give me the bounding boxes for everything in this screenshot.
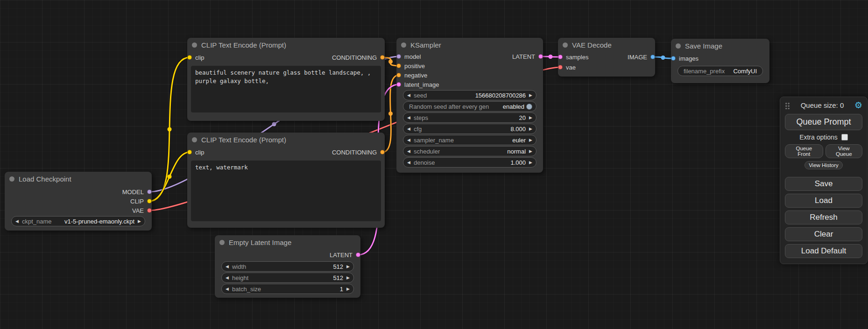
clip-input-dot[interactable] — [187, 55, 192, 60]
latent-image-input-dot[interactable] — [396, 82, 401, 87]
batch-size-widget[interactable]: ◀ batch_size 1 ▶ — [221, 284, 354, 294]
random-seed-toggle-widget[interactable]: Random seed after every gen enabled — [403, 101, 536, 112]
collapse-dot-icon[interactable] — [563, 42, 568, 48]
widget-label: width — [232, 263, 246, 270]
collapse-dot-icon[interactable] — [219, 240, 225, 245]
drag-handle-icon[interactable] — [785, 102, 790, 109]
node-title: KSampler — [410, 41, 441, 49]
node-vae-decode[interactable]: VAE Decode samples IMAGE vae — [558, 38, 655, 77]
widget-label: filename_prefix — [684, 68, 725, 75]
decrement-arrow-icon[interactable]: ◀ — [407, 138, 410, 142]
queue-prompt-button[interactable]: Queue Prompt — [785, 114, 862, 130]
extra-options-checkbox[interactable] — [841, 134, 848, 140]
widget-value: 8.000 — [511, 126, 526, 133]
widget-label: height — [232, 274, 248, 281]
increment-arrow-icon[interactable]: ▶ — [529, 93, 532, 98]
node-title-bar[interactable]: KSampler — [396, 38, 543, 52]
collapse-dot-icon[interactable] — [401, 42, 406, 48]
vae-output-dot[interactable] — [147, 208, 152, 213]
negative-prompt-textarea[interactable]: text, watermark — [191, 161, 381, 221]
images-input-dot[interactable] — [671, 56, 676, 61]
decrement-arrow-icon[interactable]: ◀ — [407, 149, 410, 154]
filename-prefix-widget[interactable]: filename_prefix ComfyUI — [677, 66, 763, 76]
node-title-bar[interactable]: Load Checkpoint — [5, 172, 152, 186]
decrement-arrow-icon[interactable]: ◀ — [15, 219, 19, 224]
increment-arrow-icon[interactable]: ▶ — [138, 219, 141, 224]
clip-output-dot[interactable] — [147, 199, 152, 203]
ckpt-name-widget[interactable]: ◀ ckpt_name v1-5-pruned-emaonly.ckpt ▶ — [11, 216, 145, 226]
decrement-arrow-icon[interactable]: ◀ — [407, 127, 410, 131]
node-ksampler[interactable]: KSampler model LATENT positive negative … — [396, 38, 543, 173]
toggle-knob-icon[interactable] — [526, 104, 532, 110]
model-input-dot[interactable] — [396, 54, 401, 59]
node-title-bar[interactable]: VAE Decode — [558, 38, 655, 52]
increment-arrow-icon[interactable]: ▶ — [529, 138, 532, 142]
steps-widget[interactable]: ◀ steps 20 ▶ — [403, 112, 536, 123]
samples-input-dot[interactable] — [558, 55, 563, 59]
vae-input-dot[interactable] — [558, 65, 563, 70]
node-title: Save Image — [685, 42, 722, 50]
node-load-checkpoint[interactable]: Load Checkpoint MODEL CLIP VAE ◀ ckpt_na… — [5, 172, 152, 231]
node-clip-text-encode-negative[interactable]: CLIP Text Encode (Prompt) clip CONDITION… — [187, 133, 385, 228]
node-clip-text-encode-positive[interactable]: CLIP Text Encode (Prompt) clip CONDITION… — [187, 38, 385, 121]
node-title-bar[interactable]: Save Image — [671, 39, 769, 53]
decrement-arrow-icon[interactable]: ◀ — [407, 116, 410, 120]
decrement-arrow-icon[interactable]: ◀ — [407, 161, 410, 165]
decrement-arrow-icon[interactable]: ◀ — [226, 265, 229, 269]
increment-arrow-icon[interactable]: ▶ — [346, 265, 350, 269]
increment-arrow-icon[interactable]: ▶ — [346, 276, 350, 280]
width-widget[interactable]: ◀ width 512 ▶ — [221, 261, 354, 272]
load-button[interactable]: Load — [785, 194, 862, 208]
clear-button[interactable]: Clear — [785, 227, 862, 241]
collapse-dot-icon[interactable] — [192, 42, 197, 48]
increment-arrow-icon[interactable]: ▶ — [529, 161, 532, 165]
widget-value: 512 — [333, 274, 343, 281]
queue-front-button[interactable]: Queue Front — [785, 144, 823, 158]
model-output-dot[interactable] — [147, 189, 152, 194]
collapse-dot-icon[interactable] — [676, 43, 681, 49]
positive-prompt-textarea[interactable]: beautiful scenery nature glass bottle la… — [191, 66, 381, 112]
increment-arrow-icon[interactable]: ▶ — [529, 116, 532, 120]
seed-widget[interactable]: ◀ seed 156680208700286 ▶ — [403, 90, 536, 100]
widget-value: euler — [512, 137, 526, 144]
node-title: CLIP Text Encode (Prompt) — [201, 136, 286, 144]
negative-input-dot[interactable] — [396, 73, 401, 77]
latent-output-dot[interactable] — [538, 54, 543, 59]
increment-arrow-icon[interactable]: ▶ — [529, 127, 532, 131]
scheduler-widget[interactable]: ◀ scheduler normal ▶ — [403, 146, 536, 156]
positive-input-dot[interactable] — [396, 63, 401, 68]
collapse-dot-icon[interactable] — [9, 176, 14, 182]
conditioning-output-dot[interactable] — [380, 55, 385, 60]
denoise-widget[interactable]: ◀ denoise 1.000 ▶ — [403, 157, 536, 168]
settings-gear-icon[interactable]: ⚙ — [854, 101, 862, 110]
widget-value: 156680208700286 — [475, 92, 526, 99]
save-button[interactable]: Save — [785, 177, 862, 191]
image-output-dot[interactable] — [650, 55, 655, 59]
decrement-arrow-icon[interactable]: ◀ — [226, 287, 229, 291]
slot-label: clip — [195, 149, 205, 156]
clip-input-dot[interactable] — [187, 150, 192, 154]
load-default-button[interactable]: Load Default — [785, 244, 862, 258]
node-title-bar[interactable]: CLIP Text Encode (Prompt) — [187, 38, 385, 52]
node-save-image[interactable]: Save Image images filename_prefix ComfyU… — [671, 39, 769, 83]
sampler-name-widget[interactable]: ◀ sampler_name euler ▶ — [403, 135, 536, 145]
latent-output-dot[interactable] — [356, 252, 360, 257]
view-queue-button[interactable]: View Queue — [826, 144, 862, 158]
view-history-button[interactable]: View History — [804, 161, 843, 169]
decrement-arrow-icon[interactable]: ◀ — [407, 93, 410, 98]
node-empty-latent-image[interactable]: Empty Latent Image LATENT ◀ width 512 ▶ … — [215, 235, 360, 298]
conditioning-output-dot[interactable] — [380, 150, 385, 154]
slot-label: model — [404, 53, 421, 60]
decrement-arrow-icon[interactable]: ◀ — [226, 276, 229, 280]
collapse-dot-icon[interactable] — [192, 137, 197, 142]
refresh-button[interactable]: Refresh — [785, 210, 862, 224]
slot-label: IMAGE — [628, 54, 647, 61]
node-title: Empty Latent Image — [229, 238, 291, 246]
output-slot-latent: LATENT — [330, 252, 360, 259]
height-widget[interactable]: ◀ height 512 ▶ — [221, 273, 354, 283]
node-title-bar[interactable]: CLIP Text Encode (Prompt) — [187, 133, 385, 147]
node-title-bar[interactable]: Empty Latent Image — [215, 235, 360, 249]
cfg-widget[interactable]: ◀ cfg 8.000 ▶ — [403, 124, 536, 134]
increment-arrow-icon[interactable]: ▶ — [529, 149, 532, 154]
increment-arrow-icon[interactable]: ▶ — [346, 287, 350, 291]
